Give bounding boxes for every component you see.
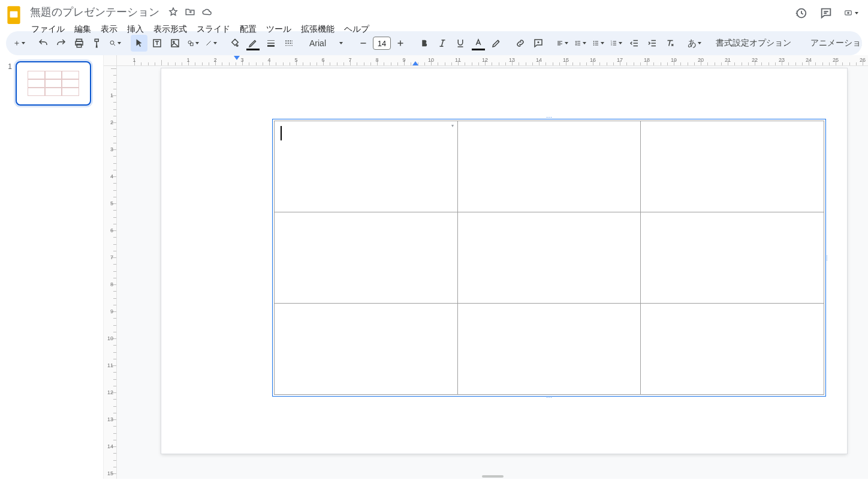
image-button[interactable] [167, 35, 183, 52]
ruler-corner [104, 55, 117, 66]
table-cell-r1c3[interactable] [641, 121, 824, 212]
svg-text:3: 3 [611, 44, 612, 46]
font-family-select[interactable]: Arial [305, 35, 348, 52]
table-cell-r2c3[interactable] [641, 212, 824, 304]
font-size-increase-button[interactable] [392, 35, 409, 52]
indent-decrease-button[interactable] [626, 35, 643, 52]
vertical-ruler[interactable]: 123456789101112131415 [104, 66, 117, 479]
slides-app-icon[interactable] [5, 4, 23, 26]
table-cell-r3c2[interactable] [457, 304, 641, 395]
move-to-folder-icon[interactable] [185, 7, 195, 17]
print-button[interactable] [71, 35, 88, 52]
slide-thumbnail-1[interactable] [16, 61, 91, 106]
filmstrip[interactable]: 1 [0, 55, 103, 479]
shape-button[interactable] [185, 35, 201, 52]
font-family-label: Arial [309, 38, 326, 48]
table-cell-r3c1[interactable] [275, 304, 458, 395]
input-method-label: あ [688, 38, 697, 49]
inserted-table[interactable]: ▾ [274, 121, 824, 395]
cloud-status-icon[interactable] [201, 7, 212, 17]
svg-rect-1 [10, 11, 18, 18]
redo-button[interactable] [53, 35, 70, 52]
paint-format-button[interactable] [89, 35, 106, 52]
line-spacing-button[interactable] [572, 35, 589, 52]
version-history-icon[interactable] [794, 6, 808, 20]
table-cell-r3c3[interactable] [641, 304, 824, 395]
slide-canvas[interactable]: ⋯ ⋯ ⋯ ⋯ ▾ [161, 68, 847, 454]
new-slide-button[interactable] [11, 35, 28, 52]
svg-point-11 [173, 41, 174, 43]
svg-point-16 [593, 45, 594, 46]
svg-point-12 [188, 41, 191, 44]
bulleted-list-button[interactable] [590, 35, 607, 52]
fill-color-button[interactable] [227, 35, 243, 52]
comments-icon[interactable] [819, 6, 833, 20]
insert-comment-button[interactable] [530, 35, 547, 52]
speaker-notes-drag-handle[interactable] [482, 475, 504, 478]
document-title[interactable]: 無題のプレゼンテーション [28, 4, 162, 20]
text-caret [281, 126, 282, 140]
numbered-list-button[interactable]: 123 [608, 35, 625, 52]
table-cell-r2c2[interactable] [457, 212, 641, 304]
border-dash-button[interactable] [281, 35, 297, 52]
table-cell-r2c1[interactable] [275, 212, 458, 304]
animate-button[interactable]: アニメーション化 [804, 35, 862, 52]
input-method-button[interactable]: あ [686, 35, 703, 52]
line-button[interactable] [203, 35, 219, 52]
highlight-color-button[interactable] [488, 35, 505, 52]
svg-point-4 [848, 12, 849, 13]
svg-point-15 [593, 43, 594, 44]
table-cell-r1c1[interactable]: ▾ [275, 121, 458, 212]
svg-point-14 [593, 41, 594, 42]
clear-formatting-button[interactable] [662, 35, 679, 52]
font-size-input[interactable] [373, 37, 391, 50]
slide-editor: 1123456789101112131415161718192021222324… [103, 55, 868, 479]
svg-point-8 [110, 41, 114, 44]
zoom-button[interactable] [107, 35, 123, 52]
italic-button[interactable] [434, 35, 451, 52]
indent-increase-button[interactable] [644, 35, 661, 52]
present-button[interactable] [844, 6, 858, 20]
bold-button[interactable] [416, 35, 433, 52]
text-color-button[interactable] [470, 35, 487, 52]
align-button[interactable] [554, 35, 571, 52]
canvas-area[interactable]: ⋯ ⋯ ⋯ ⋯ ▾ [117, 66, 868, 479]
insert-link-button[interactable] [512, 35, 529, 52]
slide-number: 1 [6, 61, 12, 71]
undo-button[interactable] [35, 35, 52, 52]
border-weight-button[interactable] [263, 35, 279, 52]
cell-dropdown-icon[interactable]: ▾ [449, 122, 456, 128]
underline-button[interactable] [452, 35, 469, 52]
font-size-decrease-button[interactable] [355, 35, 372, 52]
title-bar: 無題のプレゼンテーション ファイル 編集 表示 挿入 表示形式 スライド 配置 … [0, 0, 868, 30]
border-color-button[interactable] [245, 35, 261, 52]
horizontal-ruler[interactable]: 1123456789101112131415161718192021222324… [117, 55, 868, 66]
select-tool-button[interactable] [131, 35, 147, 52]
textbox-button[interactable] [149, 35, 165, 52]
format-options-button[interactable]: 書式設定オプション [710, 35, 797, 52]
table-cell-r1c2[interactable] [457, 121, 641, 212]
star-icon[interactable] [168, 7, 179, 17]
